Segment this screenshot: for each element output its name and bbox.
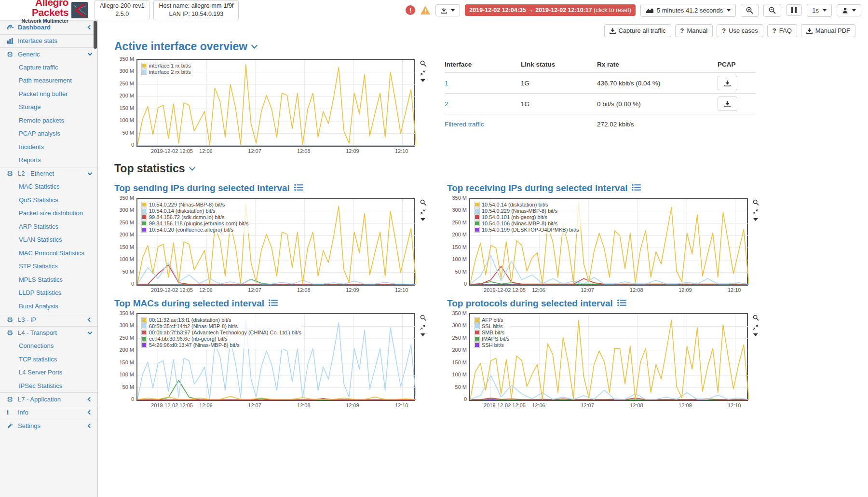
sidebar-item-label: VLAN Statistics xyxy=(19,236,92,243)
zoom-out-icon xyxy=(769,7,776,14)
sidebar-nav: DashboardInterface stats⚙GenericCapture … xyxy=(0,20,98,497)
sidebar-item-stp-statistics[interactable]: STP Statistics xyxy=(0,260,97,273)
legend-swatch xyxy=(474,330,480,335)
sidebar-item-info[interactable]: iInfo xyxy=(0,406,97,419)
compress-icon[interactable] xyxy=(420,70,426,76)
active-interface-overview-heading[interactable]: Active interface overview xyxy=(114,40,855,53)
zoom-out-button[interactable] xyxy=(763,4,781,17)
sidebar-item-incidents[interactable]: Incidents xyxy=(0,140,97,154)
caret-down-icon[interactable] xyxy=(420,79,425,82)
error-icon[interactable]: ! xyxy=(406,5,415,15)
y-tick-label: 300 M xyxy=(452,322,467,328)
magnifier-icon[interactable] xyxy=(420,60,426,67)
export-download-button[interactable] xyxy=(435,4,460,16)
magnifier-icon[interactable] xyxy=(420,315,426,321)
sidebar-item-l3-ip[interactable]: ⚙L3 - IP xyxy=(0,313,97,326)
use-cases-button[interactable]: ? Use cases xyxy=(717,24,763,37)
sidebar-item-arp-statistics[interactable]: ARP Statistics xyxy=(0,220,97,234)
sidebar-item-interface-stats[interactable]: Interface stats xyxy=(0,34,97,48)
panel-title-top-macs-during-selected-interval[interactable]: Top MACs during selected interval xyxy=(114,298,433,309)
caret-down-icon[interactable] xyxy=(753,333,758,336)
time-range-badge[interactable]: 2019-12-02 12:04:35 → 2019-12-02 12:10:1… xyxy=(465,4,636,16)
x-tick-label: 2019-12-02 12:05 xyxy=(151,148,193,154)
legend-entry: 10.54.0.20 (confluence.allegro) bit/s xyxy=(141,227,248,233)
compress-icon[interactable] xyxy=(753,209,759,215)
compress-icon[interactable] xyxy=(753,324,759,330)
x-tick-label: 12:09 xyxy=(678,287,692,293)
pcap-download-button[interactable] xyxy=(718,97,737,111)
compress-icon[interactable] xyxy=(420,324,426,330)
interface-link[interactable]: 1 xyxy=(445,80,448,87)
x-tick-label: 2019-12-02 12:05 xyxy=(151,402,193,408)
interface-link[interactable]: 2 xyxy=(445,100,448,108)
magnifier-icon[interactable] xyxy=(753,199,759,206)
duration-selector-button[interactable]: 5 minutes 41.2 seconds xyxy=(640,4,736,17)
list-icon xyxy=(294,183,303,193)
question-icon: ? xyxy=(773,27,776,34)
magnifier-icon[interactable] xyxy=(420,199,426,206)
sidebar-item-l7-application[interactable]: ⚙L7 - Application xyxy=(0,392,97,406)
sidebar-item-burst-analysis[interactable]: Burst Analysis xyxy=(0,300,97,313)
sidebar-item-reports[interactable]: Reports xyxy=(0,153,97,167)
chart-plot-area[interactable]: 10.54.0.229 (Ninas-MBP-8) bit/s10.54.0.1… xyxy=(136,198,415,286)
capture-all-traffic-button[interactable]: Capture all traffic xyxy=(604,24,671,37)
sidebar-item-ipsec-statistics[interactable]: IPSec Statistics xyxy=(0,379,97,393)
sidebar-item-label: L3 - IP xyxy=(18,316,88,323)
sidebar-item-mac-protocol-statistics[interactable]: MAC Protocol Statistics xyxy=(0,247,97,260)
top-statistics-heading[interactable]: Top statistics xyxy=(114,162,855,175)
sidebar-item-pcap-analysis[interactable]: PCAP analysis xyxy=(0,127,97,140)
sidebar-item-generic[interactable]: ⚙Generic xyxy=(0,47,97,61)
pcap-download-button[interactable] xyxy=(718,76,737,90)
sidebar-item-lldp-statistics[interactable]: LLDP Statistics xyxy=(0,286,97,300)
caret-down-icon[interactable] xyxy=(420,333,425,336)
magnifier-icon[interactable] xyxy=(753,315,759,321)
sidebar-item-label: Reports xyxy=(19,156,92,164)
sidebar-item-remote-packets[interactable]: Remote packets xyxy=(0,114,97,127)
manual-pdf-button[interactable]: Manual PDF xyxy=(801,24,855,37)
pause-button[interactable] xyxy=(786,4,802,16)
sidebar-item-l4-transport[interactable]: ⚙L4 - Transport xyxy=(0,326,97,340)
sidebar-item-path-measurement[interactable]: Path measurement xyxy=(0,74,97,87)
sidebar-item-l4-server-ports[interactable]: L4 Server Ports xyxy=(0,366,97,379)
brand-logo[interactable]: Allegro Packets Network Multimeter xyxy=(0,0,91,23)
user-menu-button[interactable] xyxy=(837,4,861,16)
zoom-in-button[interactable] xyxy=(741,4,759,17)
sidebar-item-storage[interactable]: Storage xyxy=(0,100,97,114)
sidebar-item-settings[interactable]: Settings xyxy=(0,419,97,432)
panel-title-top-receiving-ips-during-selected-interval[interactable]: Top receiving IPs during selected interv… xyxy=(447,183,765,193)
refresh-interval-button[interactable]: 1s xyxy=(807,4,832,17)
chart-plot-area[interactable]: interface 1 rx bit/sinterface 2 rx bit/s xyxy=(136,59,415,147)
legend-entry: 10.54.0.14 (diskstation) bit/s xyxy=(474,202,579,207)
compress-icon[interactable] xyxy=(420,209,426,215)
x-tick-label: 12:06 xyxy=(532,287,545,293)
y-tick-label: 200 M xyxy=(452,347,467,353)
chart-plot-area[interactable]: 00:11:32:ae:13:f1 (diskstation) bit/s68:… xyxy=(136,313,415,401)
sidebar-item-vlan-statistics[interactable]: VLAN Statistics xyxy=(0,233,97,247)
chart-plot-area[interactable]: AFP bit/sSSL bit/sSMB bit/sIMAPS bit/sSS… xyxy=(469,313,748,401)
manual-button[interactable]: ? Manual xyxy=(675,24,713,37)
sidebar-scrollbar[interactable] xyxy=(94,21,97,49)
legend-swatch xyxy=(474,342,480,348)
sidebar-item-packet-ring-buffer[interactable]: Packet ring buffer xyxy=(0,87,97,101)
panel-title-top-sending-ips-during-selected-interval[interactable]: Top sending IPs during selected interval xyxy=(114,183,433,193)
sidebar-item-tcp-statistics[interactable]: TCP statistics xyxy=(0,353,97,366)
sidebar-item-l2-ethernet[interactable]: ⚙L2 - Ethernet xyxy=(0,167,97,180)
panel-title-top-protocols-during-selected-interval[interactable]: Top protocols during selected interval xyxy=(447,298,765,309)
column-header-pcap: PCAP xyxy=(718,61,754,68)
sidebar-item-packet-size-distribution[interactable]: Packet size distribution xyxy=(0,207,97,220)
caret-down-icon[interactable] xyxy=(753,218,758,221)
interface-link[interactable]: Filtered traffic xyxy=(445,121,484,128)
faq-button[interactable]: ? FAQ xyxy=(767,24,797,37)
host-name: Host name: allegro-mm-1f9f xyxy=(159,2,233,10)
sidebar-item-mpls-statistics[interactable]: MPLS Statistics xyxy=(0,273,97,287)
sidebar-item-qos-statistics[interactable]: QoS Statistics xyxy=(0,193,97,207)
sidebar-item-capture-traffic[interactable]: Capture traffic xyxy=(0,61,97,74)
warning-icon[interactable] xyxy=(420,5,431,15)
caret-down-icon[interactable] xyxy=(420,218,425,221)
sidebar-item-connections[interactable]: Connections xyxy=(0,339,97,353)
dashboard-icon xyxy=(7,24,18,30)
sidebar-item-mac-statistics[interactable]: MAC Statistics xyxy=(0,180,97,193)
y-tick-label: 300 M xyxy=(452,207,467,213)
x-tick-label: 12:10 xyxy=(728,402,741,408)
chart-plot-area[interactable]: 10.54.0.14 (diskstation) bit/s10.54.0.22… xyxy=(469,198,748,286)
